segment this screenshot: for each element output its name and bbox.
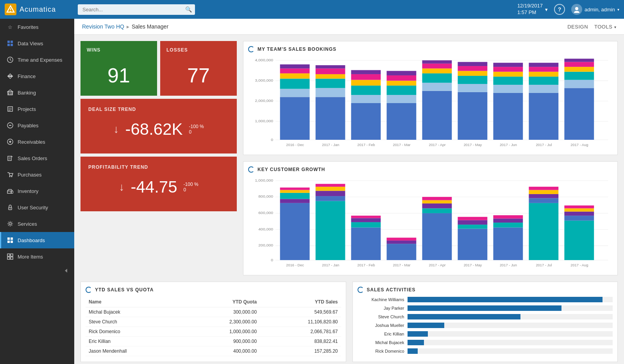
hbar-track: [408, 297, 613, 302]
svg-rect-42: [11, 241, 13, 243]
svg-text:2017 - Aug: 2017 - Aug: [570, 143, 588, 146]
activities-refresh-icon[interactable]: [358, 287, 364, 293]
col-name-header: Name: [86, 297, 185, 307]
deal-pct-line1: -100 %: [189, 124, 204, 129]
sidebar-item-receivables[interactable]: Receivables: [0, 134, 74, 150]
sidebar-item-more-items[interactable]: More Items: [0, 248, 74, 265]
dataviews-icon: [7, 40, 14, 47]
sidebar-item-user-security[interactable]: User Security: [0, 199, 74, 216]
profit-pct-line2: 0: [184, 187, 198, 193]
svg-rect-61: [280, 73, 310, 79]
date-line2: 1:57 PM: [517, 9, 543, 16]
hbar-label: Rick Domenico: [358, 349, 404, 353]
profitability-value-row: ↓ -44.75 -100 % 0: [88, 178, 229, 196]
ytd-quota: 900,000.00: [185, 337, 260, 346]
breadcrumb-bar: Revision Two HQ ▸ Sales Manager DESIGN T…: [74, 19, 624, 35]
svg-rect-160: [458, 229, 487, 260]
hbar-chart: Kachine Williams Jay Parker Steve Church…: [358, 297, 613, 354]
sidebar-item-purchases[interactable]: Purchases: [0, 166, 74, 183]
sidebar-item-dashboards[interactable]: Dashboards: [0, 232, 74, 248]
svg-rect-67: [316, 79, 345, 88]
hbar-label: Steve Church: [358, 314, 404, 319]
hbar-track: [408, 305, 613, 311]
sidebar-item-banking[interactable]: Banking: [0, 84, 74, 101]
deal-size-pct: -100 % 0: [189, 124, 204, 135]
user-area[interactable]: admin, admin ▾: [571, 4, 619, 15]
sidebar-label-time-expenses: Time and Expenses: [18, 57, 62, 63]
profit-pct-line1: -100 %: [184, 182, 198, 187]
sidebar-item-sales-orders[interactable]: Sales Orders: [0, 150, 74, 166]
svg-rect-163: [458, 217, 487, 220]
svg-text:4,000,000: 4,000,000: [255, 58, 274, 62]
svg-rect-45: [7, 257, 10, 259]
svg-marker-12: [8, 74, 12, 76]
hbar-fill: [408, 348, 418, 354]
svg-rect-79: [387, 103, 417, 140]
ytd-name: Steve Church: [86, 317, 185, 327]
profitability-label: PROFITABILITY TREND: [88, 164, 229, 170]
sidebar-item-services[interactable]: Services: [0, 216, 74, 232]
svg-text:200,000: 200,000: [258, 243, 273, 247]
svg-rect-117: [564, 67, 594, 72]
svg-rect-152: [387, 238, 417, 241]
svg-rect-119: [564, 59, 594, 62]
svg-text:2017 - Jul: 2017 - Jul: [536, 143, 552, 146]
search-button[interactable]: 🔍: [185, 6, 192, 12]
help-button[interactable]: ?: [554, 4, 565, 15]
svg-text:2,000,000: 2,000,000: [255, 98, 274, 102]
svg-rect-70: [316, 65, 345, 68]
svg-rect-89: [422, 68, 452, 73]
svg-rect-148: [351, 216, 381, 218]
sidebar-item-dataviews[interactable]: Data Views: [0, 35, 74, 52]
svg-rect-180: [564, 205, 594, 208]
projects-icon: [7, 105, 14, 112]
design-button[interactable]: DESIGN: [567, 24, 588, 30]
sales-bookings-refresh-icon[interactable]: [248, 46, 254, 52]
list-item: Eric Killian: [358, 331, 613, 337]
svg-rect-177: [564, 216, 594, 221]
svg-rect-114: [564, 88, 594, 140]
svg-text:2017 - Jan: 2017 - Jan: [322, 143, 339, 146]
time-expenses-icon: [7, 56, 14, 63]
logo-area: Acumatica: [5, 4, 73, 15]
svg-rect-7: [11, 44, 13, 46]
sidebar-item-time-expenses[interactable]: Time and Expenses: [0, 52, 74, 68]
svg-rect-73: [351, 95, 381, 103]
svg-rect-72: [351, 103, 381, 140]
svg-text:2017 - Mar: 2017 - Mar: [393, 263, 410, 267]
ytd-refresh-icon[interactable]: [86, 287, 92, 293]
search-bar[interactable]: 🔍: [78, 4, 195, 15]
sidebar-item-projects[interactable]: Projects: [0, 101, 74, 117]
hbar-track: [408, 323, 613, 328]
deal-size-label: DEAL SIZE TREND: [88, 107, 229, 112]
table-row: Rick Domenico 1,000,000.00 2,066,781.67: [86, 327, 341, 337]
sidebar-item-payables[interactable]: Payables: [0, 117, 74, 134]
svg-text:2017 - Feb: 2017 - Feb: [358, 143, 375, 146]
svg-rect-4: [7, 41, 10, 43]
svg-rect-139: [316, 201, 345, 260]
svg-rect-65: [316, 97, 345, 140]
svg-rect-87: [422, 83, 452, 91]
search-input[interactable]: [78, 4, 195, 15]
datetime-display: 12/19/2017 1:57 PM: [517, 3, 543, 16]
svg-rect-134: [280, 199, 310, 203]
tools-button[interactable]: TOOLS ▾: [594, 24, 616, 30]
svg-text:400,000: 400,000: [258, 227, 273, 231]
hbar-track: [408, 340, 613, 345]
customer-growth-refresh-icon[interactable]: [248, 166, 254, 173]
svg-text:1,000,000: 1,000,000: [255, 119, 274, 123]
svg-rect-46: [11, 257, 13, 259]
breadcrumb-company[interactable]: Revision Two HQ: [82, 23, 124, 30]
datetime-dropdown[interactable]: ▾: [545, 7, 548, 12]
sidebar-item-finance[interactable]: Finance: [0, 68, 74, 84]
favorites-icon: ☆: [7, 23, 14, 30]
svg-marker-47: [65, 269, 67, 273]
profitability-pct: -100 % 0: [184, 182, 198, 193]
app-body: ☆ Favorites Data Views Time and Expenses…: [0, 19, 624, 364]
sidebar-item-favorites[interactable]: ☆ Favorites: [0, 19, 74, 35]
breadcrumb: Revision Two HQ ▸ Sales Manager: [82, 23, 168, 30]
sidebar-item-inventory[interactable]: Inventory: [0, 183, 74, 199]
svg-point-38: [9, 223, 11, 225]
svg-rect-105: [493, 63, 523, 67]
sidebar-collapse-btn[interactable]: [0, 265, 74, 277]
